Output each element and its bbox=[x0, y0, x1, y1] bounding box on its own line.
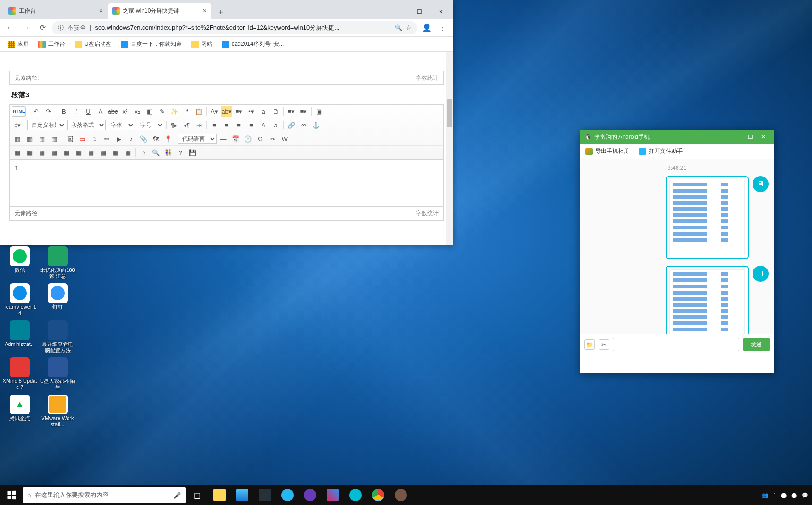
menu-button[interactable]: ⋮ bbox=[436, 21, 449, 34]
word-count-button[interactable]: 字数统计 bbox=[416, 210, 439, 218]
zoom-icon[interactable]: 🔍 bbox=[395, 24, 402, 31]
avatar[interactable]: 🖥 bbox=[753, 266, 769, 282]
desktop-icon-txt[interactable]: 最详细查看电脑配置方法 bbox=[40, 320, 76, 354]
maximize-button[interactable]: ☐ bbox=[744, 131, 756, 143]
bookmark-item[interactable]: 工作台 bbox=[34, 38, 69, 50]
html-source-button[interactable]: HTML bbox=[12, 106, 26, 117]
date-button[interactable]: 📅 bbox=[230, 134, 241, 144]
subscript-button[interactable]: x₂ bbox=[132, 106, 143, 117]
snapscreen-button[interactable]: ✂ bbox=[267, 134, 278, 144]
rowspacing-bottom-button[interactable]: ≡▾ bbox=[298, 106, 309, 117]
taskbar-app[interactable] bbox=[344, 485, 367, 505]
merge-button[interactable]: ▦ bbox=[110, 147, 121, 158]
start-button[interactable] bbox=[0, 485, 23, 505]
row-after-button[interactable]: ▦ bbox=[49, 147, 60, 158]
taskbar-app[interactable] bbox=[254, 485, 276, 505]
browser-tab-2-active[interactable]: 之家-win10分屏快捷键 × bbox=[108, 3, 211, 19]
forward-button[interactable]: → bbox=[20, 21, 33, 34]
scrollbar-thumb[interactable] bbox=[447, 99, 452, 127]
video-button[interactable]: ▶ bbox=[113, 134, 125, 144]
search-box[interactable]: ○ 在这里输入你要搜索的内容 🎤 bbox=[23, 487, 186, 503]
backcolor-button[interactable]: ab▾ bbox=[221, 106, 232, 117]
hr-button[interactable]: — bbox=[218, 134, 229, 144]
split-button[interactable]: ▦ bbox=[122, 147, 134, 158]
lineheight-button[interactable]: ‡▾ bbox=[12, 120, 23, 130]
help-button[interactable]: ? bbox=[175, 147, 186, 158]
eraser-button[interactable]: ◧ bbox=[144, 106, 155, 117]
tray-notification-icon[interactable]: 💬 bbox=[802, 492, 808, 498]
col-before-button[interactable]: ▦ bbox=[61, 147, 72, 158]
link-button[interactable]: 🔗 bbox=[286, 120, 297, 130]
tray-people-icon[interactable]: 👥 bbox=[762, 492, 769, 498]
taskbar-app[interactable] bbox=[231, 485, 254, 505]
time-button[interactable]: 🕐 bbox=[242, 134, 254, 144]
taskbar-app[interactable] bbox=[389, 485, 412, 505]
table-button[interactable]: ▦ bbox=[12, 147, 23, 158]
autotype-button[interactable]: ✨ bbox=[169, 106, 180, 117]
paragraph-format-select[interactable]: 段落格式 bbox=[67, 120, 106, 130]
image-none-button[interactable]: ▦ bbox=[12, 134, 23, 144]
editor-content[interactable]: 1 bbox=[9, 160, 444, 207]
desktop-icon-admin[interactable]: Administrat... bbox=[2, 320, 38, 354]
touppercase-button[interactable]: A bbox=[258, 120, 269, 130]
bold-button[interactable]: B bbox=[58, 106, 69, 117]
desktop-icon-teamviewer[interactable]: TeamViewer 14 bbox=[2, 283, 38, 316]
task-view-button[interactable]: ◫ bbox=[186, 485, 208, 505]
close-button[interactable]: ✕ bbox=[430, 5, 451, 19]
taskbar-app[interactable] bbox=[299, 485, 321, 505]
fontborder-button[interactable]: A bbox=[95, 106, 106, 117]
redo-button[interactable]: ↷ bbox=[42, 106, 54, 117]
star-icon[interactable]: ☆ bbox=[406, 24, 412, 31]
screenshot-button[interactable]: ✂ bbox=[599, 339, 609, 350]
browser-tab-1[interactable]: 工作台 × bbox=[4, 3, 108, 19]
fullscreen-button[interactable]: ▣ bbox=[313, 106, 325, 117]
forecolor-button[interactable]: A▾ bbox=[209, 106, 220, 117]
maximize-button[interactable]: ☐ bbox=[409, 5, 430, 19]
desktop-icon-dingtalk[interactable]: 钉钉 bbox=[40, 283, 76, 316]
cleardoc-button[interactable]: 🗋 bbox=[270, 106, 281, 117]
code-lang-select[interactable]: 代码语言 bbox=[178, 134, 217, 144]
undo-button[interactable]: ↶ bbox=[30, 106, 42, 117]
blockquote-button[interactable]: ❝ bbox=[181, 106, 192, 117]
close-button[interactable]: ✕ bbox=[757, 131, 770, 143]
image-right-button[interactable]: ▦ bbox=[36, 134, 48, 144]
image-center-button[interactable]: ▦ bbox=[49, 134, 60, 144]
drafts-button[interactable]: 💾 bbox=[187, 147, 198, 158]
bookmark-item[interactable]: U盘启动盘 bbox=[71, 38, 115, 50]
print-button[interactable]: 🖨 bbox=[138, 147, 149, 158]
taskbar-app-explorer[interactable] bbox=[208, 485, 231, 505]
minimize-button[interactable]: — bbox=[731, 131, 743, 143]
map-button[interactable]: 🗺 bbox=[150, 134, 161, 144]
image-attachment[interactable] bbox=[669, 269, 745, 334]
reload-button[interactable]: ⟳ bbox=[36, 21, 49, 34]
custom-heading-select[interactable]: 自定义标题 bbox=[27, 120, 66, 130]
font-size-select[interactable]: 字号 bbox=[136, 120, 164, 130]
message-input[interactable] bbox=[613, 338, 739, 351]
formatmatch-button[interactable]: ✎ bbox=[156, 106, 168, 117]
font-family-select[interactable]: 字体 bbox=[107, 120, 135, 130]
align-center-button[interactable]: ≡ bbox=[221, 120, 232, 130]
desktop-icon-sheet[interactable]: 未优化页面100篇-汇总 bbox=[40, 246, 76, 279]
desktop-icon-wechat[interactable]: 微信 bbox=[2, 246, 38, 279]
chat-area[interactable]: 8:46:21 🖥 🖥 bbox=[580, 159, 774, 334]
avatar[interactable]: 🖥 bbox=[753, 176, 769, 192]
align-left-button[interactable]: ≡ bbox=[209, 120, 220, 130]
spechar-button[interactable]: Ω bbox=[254, 134, 266, 144]
emoji-button[interactable]: ☺ bbox=[89, 134, 100, 144]
open-file-helper-button[interactable]: 打开文件助手 bbox=[639, 147, 683, 155]
qq-titlebar[interactable]: 🐧 李富翔的 Android手机 — ☐ ✕ bbox=[580, 130, 774, 144]
minimize-button[interactable]: — bbox=[388, 5, 409, 19]
back-button[interactable]: ← bbox=[4, 21, 17, 34]
scrawl-button[interactable]: ✏ bbox=[101, 134, 112, 144]
tray-icon[interactable]: ⬤ bbox=[781, 492, 787, 498]
apps-button[interactable]: 应用 bbox=[4, 38, 33, 50]
message-bubble[interactable] bbox=[666, 266, 749, 334]
col-after-button[interactable]: ▦ bbox=[73, 147, 85, 158]
send-button[interactable]: 发送 bbox=[743, 338, 770, 351]
desktop-icon-vmware[interactable]: VMware Workstati... bbox=[40, 395, 76, 428]
folder-button[interactable]: 📁 bbox=[584, 339, 595, 350]
ltr-button[interactable]: ¶▸ bbox=[169, 120, 180, 130]
omnibox[interactable]: ⓘ 不安全 | seo.windows7en.com/index.php?r=s… bbox=[52, 21, 417, 34]
gmap-button[interactable]: 📍 bbox=[162, 134, 174, 144]
superscript-button[interactable]: x² bbox=[119, 106, 131, 117]
